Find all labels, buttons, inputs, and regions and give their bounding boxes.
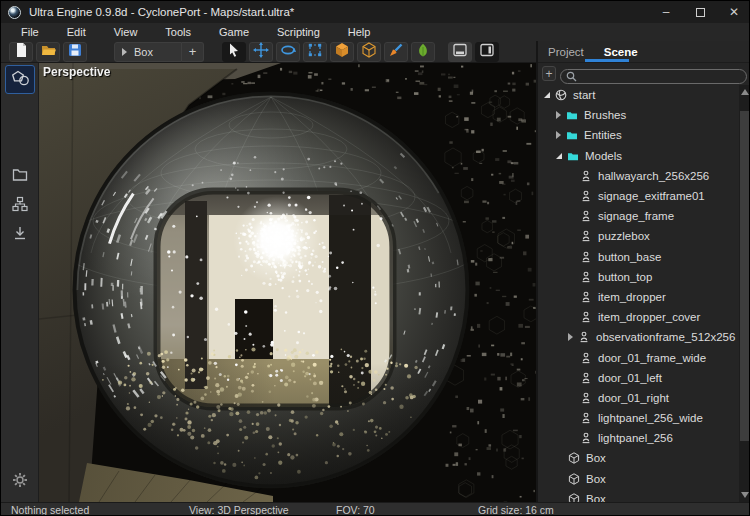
tree-item-lightpanel_256_wide[interactable]: lightpanel_256_wide	[538, 408, 739, 428]
tree-item-box[interactable]: Box	[538, 469, 739, 489]
vegetation-icon	[414, 41, 432, 63]
maximize-button[interactable]	[683, 1, 717, 23]
tree-item-label: door_01_left	[598, 372, 662, 384]
search-input[interactable]	[560, 69, 747, 84]
tree-scrollbar[interactable]	[739, 85, 750, 502]
sidebar-hierarchy-button[interactable]	[5, 191, 35, 220]
expander-open-icon[interactable]	[544, 92, 550, 98]
app-window: Ultra Engine 0.9.8d - CyclonePort - Maps…	[0, 0, 750, 516]
expander-closed-icon[interactable]	[568, 333, 573, 341]
move-tool-button[interactable]	[249, 42, 273, 62]
layout-single-icon	[451, 41, 469, 63]
tree-item-box[interactable]: Box	[538, 489, 739, 502]
rotate-tool-button[interactable]	[276, 42, 300, 62]
tree-item-label: observationframe_512x256	[596, 331, 735, 343]
window-controls: – ✕	[649, 1, 750, 23]
new-file-button[interactable]	[9, 42, 33, 62]
menu-item-tools[interactable]: Tools	[151, 24, 205, 40]
tree-item-button_base[interactable]: button_base	[538, 247, 739, 267]
menu-item-scripting[interactable]: Scripting	[263, 24, 334, 40]
tree-item-door_01_left[interactable]: door_01_left	[538, 368, 739, 388]
tree-item-label: Entities	[584, 129, 622, 141]
tree-item-hallwayarch_256x256[interactable]: hallwayarch_256x256	[538, 166, 739, 186]
scene-panel: + startBrushesEntitiesModelshallwayarch_…	[538, 63, 750, 502]
viewport-label: Perspective	[43, 65, 110, 79]
tree-item-brushes[interactable]: Brushes	[538, 105, 739, 125]
download-icon	[11, 224, 29, 246]
solid-shading-button[interactable]	[330, 42, 354, 62]
model-icon	[580, 392, 592, 404]
tree-item-label: item_dropper_cover	[598, 311, 700, 323]
tree-item-entities[interactable]: Entities	[538, 125, 739, 145]
active-tab-underline	[585, 59, 629, 62]
tree-item-start[interactable]: start	[538, 85, 739, 105]
menu-item-edit[interactable]: Edit	[53, 24, 100, 40]
sidebar-assets-button[interactable]	[5, 162, 35, 191]
open-file-button[interactable]	[36, 42, 60, 62]
tab-scene[interactable]: Scene	[594, 43, 648, 61]
menu-bar: FileEditViewToolsGameScriptingHelp	[1, 23, 750, 41]
vegetation-tool-button[interactable]	[411, 42, 435, 62]
scrollbar-thumb[interactable]	[740, 111, 750, 441]
sidebar-settings-button[interactable]	[5, 467, 35, 496]
tree-item-observationframe_512x256[interactable]: observationframe_512x256	[538, 327, 739, 347]
tab-project[interactable]: Project	[538, 43, 594, 61]
plus-icon: +	[545, 67, 552, 81]
select-tool-button[interactable]	[222, 42, 246, 62]
layout-split-button[interactable]	[475, 42, 499, 62]
tree-item-lightpanel_256[interactable]: lightpanel_256	[538, 428, 739, 448]
tree-item-label: button_top	[598, 271, 652, 283]
viewport-3d[interactable]: Perspective	[39, 63, 538, 502]
folder-icon	[567, 150, 579, 162]
primitive-dropdown-label: Box	[134, 46, 153, 58]
wireframe-shading-button[interactable]	[357, 42, 381, 62]
tree-item-label: hallwayarch_256x256	[598, 170, 709, 182]
tree-item-door_01_right[interactable]: door_01_right	[538, 388, 739, 408]
left-sidebar	[1, 63, 39, 502]
model-icon	[580, 170, 592, 182]
tree-item-label: lightpanel_256	[598, 432, 673, 444]
tree-item-models[interactable]: Models	[538, 146, 739, 166]
sidebar-downloads-button[interactable]	[5, 220, 35, 249]
close-button[interactable]: ✕	[717, 1, 750, 23]
tree-item-label: start	[573, 89, 595, 101]
tree-item-puzzlebox[interactable]: puzzlebox	[538, 226, 739, 246]
main-toolbar: Box +	[1, 41, 538, 63]
primitive-dropdown[interactable]: Box	[114, 42, 182, 62]
status-bar: Nothing selected View: 3D Perspective FO…	[1, 502, 750, 516]
tree-item-item_dropper[interactable]: item_dropper	[538, 287, 739, 307]
model-icon	[580, 230, 592, 242]
save-button[interactable]	[63, 42, 87, 62]
paint-tool-button[interactable]	[384, 42, 408, 62]
sidebar-objects-button[interactable]	[5, 65, 35, 94]
status-fov: FOV: 70	[336, 504, 375, 516]
tree-add-button[interactable]: +	[542, 66, 556, 81]
tree-item-label: item_dropper	[598, 291, 666, 303]
minimize-button[interactable]: –	[649, 1, 683, 23]
menu-item-game[interactable]: Game	[205, 24, 263, 40]
expander-closed-icon[interactable]	[556, 131, 561, 139]
menu-item-view[interactable]: View	[100, 24, 152, 40]
tree-item-door_01_frame_wide[interactable]: door_01_frame_wide	[538, 347, 739, 367]
layout-single-button[interactable]	[448, 42, 472, 62]
scale-tool-button[interactable]	[303, 42, 327, 62]
expander-open-icon[interactable]	[556, 153, 562, 159]
model-icon	[580, 251, 592, 263]
scroll-up-icon[interactable]	[741, 89, 749, 95]
scroll-down-icon[interactable]	[741, 492, 749, 498]
tree-item-button_top[interactable]: button_top	[538, 267, 739, 287]
menu-item-file[interactable]: File	[7, 24, 53, 40]
add-primitive-button[interactable]: +	[182, 42, 204, 62]
tree-item-signage_frame[interactable]: signage_frame	[538, 206, 739, 226]
cursor-icon	[225, 41, 243, 63]
menu-item-help[interactable]: Help	[334, 24, 385, 40]
tree-item-label: Box	[586, 473, 606, 485]
expander-closed-icon[interactable]	[556, 111, 561, 119]
tree-item-signage_exitframe01[interactable]: signage_exitframe01	[538, 186, 739, 206]
search-icon	[566, 68, 577, 86]
tree-item-item_dropper_cover[interactable]: item_dropper_cover	[538, 307, 739, 327]
tree-item-label: puzzlebox	[598, 230, 650, 242]
tree-item-label: Models	[585, 150, 622, 162]
gear-icon	[11, 471, 29, 493]
tree-item-box[interactable]: Box	[538, 448, 739, 468]
